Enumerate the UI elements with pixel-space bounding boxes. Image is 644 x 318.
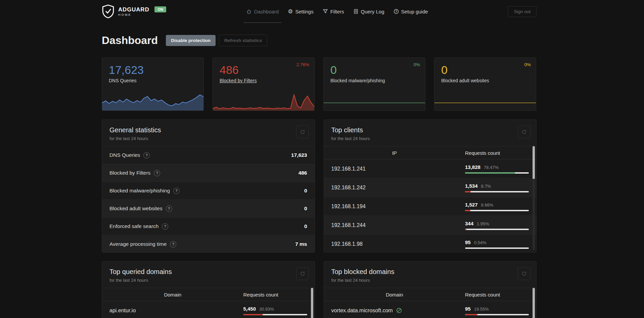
brand-subtitle: HOME <box>118 13 149 16</box>
stat-value: 0 <box>330 63 418 77</box>
help-icon[interactable] <box>143 152 150 158</box>
tab-query-log[interactable]: Query Log <box>353 0 384 23</box>
tab-filters[interactable]: Filters <box>323 0 344 23</box>
tab-settings[interactable]: ⚙ Settings <box>288 0 313 23</box>
progress-bar <box>243 314 307 315</box>
top-clients-table: 192.168.1.241 13,828 78.47% <box>324 160 537 253</box>
stat-row-value: 0 <box>304 206 307 212</box>
requests-percent: 8.66% <box>481 202 494 208</box>
progress-bar-fill <box>465 314 477 315</box>
stat-value: 486 <box>220 63 308 77</box>
requests-count: 1,534 <box>465 183 478 189</box>
help-icon[interactable] <box>166 206 172 212</box>
refresh-card-button[interactable] <box>518 267 531 280</box>
nav-label: Query Log <box>361 9 384 14</box>
stat-row-label: Enforced safe search <box>109 223 158 229</box>
domain-link[interactable]: api.entur.io <box>109 308 243 314</box>
progress-bar-fill <box>465 172 515 174</box>
panel-subtitle: for the last 24 hours <box>331 278 529 283</box>
client-ip-link[interactable]: 192.168.1.241 <box>331 166 465 172</box>
client-ip: 192.168.1.98 <box>331 241 363 247</box>
table-row: vortex.data.microsoft.com 95 <box>324 301 537 318</box>
requests-count: 344 <box>465 221 473 226</box>
client-ip-link[interactable]: 192.168.1.244 <box>331 222 465 228</box>
client-ip: 192.168.1.244 <box>331 222 366 228</box>
refresh-statistics-button[interactable]: Refresh statistics <box>219 35 268 46</box>
progress-bar <box>465 210 529 211</box>
refresh-icon <box>300 271 305 276</box>
refresh-icon <box>300 129 305 135</box>
stat-row-value: 0 <box>304 188 307 194</box>
domain-link[interactable]: vortex.data.microsoft.com <box>331 307 465 314</box>
svg-text:?: ? <box>395 10 397 13</box>
stat-row: Blocked by Filters 486 <box>102 164 315 182</box>
table-header: Domain Requests count <box>324 288 537 301</box>
panel-title: General statistics <box>109 126 307 134</box>
scrollbar-thumb[interactable] <box>533 146 535 179</box>
stat-row: DNS Queries 17,623 <box>102 146 315 164</box>
table-row: 192.168.1.241 13,828 78.47% <box>324 160 537 178</box>
requests-count: 95 <box>465 239 471 245</box>
stat-row-label: Blocked malware/phishing <box>109 188 170 194</box>
query-log-icon <box>353 9 359 14</box>
scrollbar-thumb[interactable] <box>311 288 313 318</box>
top-queried-domains-panel: Top queried domains for the last 24 hour… <box>102 261 315 318</box>
refresh-card-button[interactable] <box>518 126 531 138</box>
progress-bar-fill <box>465 210 470 211</box>
client-ip: 192.168.1.241 <box>331 166 366 172</box>
tab-setup-guide[interactable]: ? Setup guide <box>394 0 428 23</box>
table-row: 192.168.1.242 1,534 8.7% <box>324 178 537 197</box>
scrollbar[interactable] <box>533 146 535 250</box>
nav-label: Setup guide <box>401 9 428 14</box>
domain-name: vortex.data.microsoft.com <box>331 308 393 314</box>
tab-dashboard[interactable]: Dashboard <box>246 0 279 23</box>
requests-percent: 1.95% <box>477 221 489 226</box>
stat-row-value: 7 ms <box>295 241 307 247</box>
column-header-domain: Domain <box>324 292 465 298</box>
blocked-adult-sparkline <box>434 100 536 103</box>
domain-name: api.entur.io <box>109 308 136 314</box>
help-icon[interactable] <box>173 188 180 194</box>
scrollbar[interactable] <box>311 288 313 318</box>
nav-label: Settings <box>295 9 313 14</box>
tracker-blocked-icon <box>396 307 402 314</box>
general-statistics-table: DNS Queries 17,623 Blocked by Filters 48… <box>102 146 315 253</box>
refresh-card-button[interactable] <box>296 126 309 138</box>
stat-row-value: 17,623 <box>291 152 307 158</box>
refresh-card-button[interactable] <box>296 267 309 280</box>
column-header-requests: Requests count <box>465 292 536 298</box>
blocked-by-filters-link[interactable]: Blocked by Filters <box>220 78 257 83</box>
requests-count: 95 <box>465 306 471 312</box>
panel-title: Top clients <box>331 126 529 134</box>
progress-bar-fill <box>243 314 263 315</box>
refresh-icon <box>521 129 527 135</box>
panel-subtitle: for the last 24 hours <box>109 278 307 283</box>
stat-row: Enforced safe search 0 <box>102 217 315 235</box>
stat-card-blocked-adult: 0 0% Blocked adult websites <box>434 57 536 111</box>
disable-protection-button[interactable]: Disable protection <box>166 35 216 46</box>
panel-subtitle: for the last 24 hours <box>331 136 529 141</box>
progress-bar <box>465 247 529 249</box>
top-clients-panel: Top clients for the last 24 hours IP Req… <box>324 120 537 253</box>
sign-out-button[interactable]: Sign out <box>508 6 537 17</box>
requests-count: 5,450 <box>243 306 256 312</box>
client-ip-link[interactable]: 192.168.1.242 <box>331 185 465 191</box>
page-title: Dashboard <box>102 34 158 47</box>
help-icon[interactable] <box>154 170 160 176</box>
help-icon[interactable] <box>162 223 168 230</box>
help-icon[interactable] <box>170 241 176 247</box>
stat-card-dns-queries: 17,623 DNS Queries <box>102 57 204 111</box>
stat-label: Blocked adult websites <box>441 78 489 83</box>
scrollbar[interactable] <box>533 288 535 318</box>
client-ip-link[interactable]: 192.168.1.194 <box>331 203 465 210</box>
general-statistics-panel: General statistics for the last 24 hours… <box>102 120 315 253</box>
progress-bar-fill <box>465 229 466 230</box>
refresh-icon <box>521 271 527 276</box>
adguard-logo[interactable]: ADGUARD HOME ON <box>102 4 166 18</box>
requests-percent: 0.54% <box>474 240 487 245</box>
requests-percent: 19.55% <box>474 307 489 312</box>
scrollbar-thumb[interactable] <box>533 288 535 318</box>
stat-row-label: DNS Queries <box>109 152 140 158</box>
client-ip-link[interactable]: 192.168.1.98 <box>331 241 465 247</box>
gear-icon: ⚙ <box>288 9 293 14</box>
